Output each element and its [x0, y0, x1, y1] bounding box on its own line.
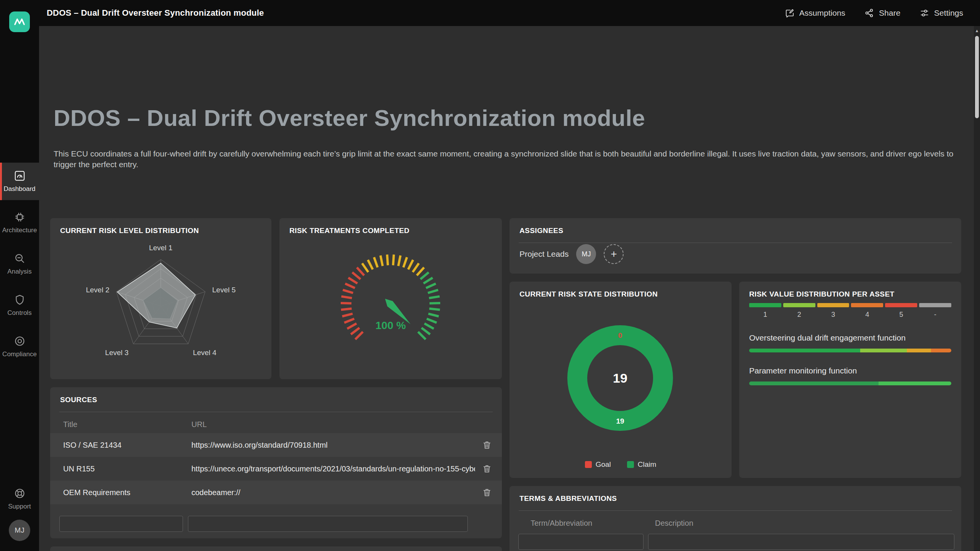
card-title: RISK VALUE DISTRIBUTION PER ASSET — [749, 290, 895, 298]
delete-source-button[interactable] — [482, 440, 492, 450]
source-title: UN R155 — [63, 465, 191, 473]
legend-label: Claim — [638, 460, 657, 469]
asset-list: Oversteering dual drift engagement funct… — [749, 333, 951, 385]
scale-label: 3 — [817, 311, 849, 319]
scroll-up-arrow[interactable]: ▲ — [974, 26, 980, 35]
column-header-url: URL — [191, 420, 207, 429]
logo-wave-icon — [13, 15, 26, 29]
assumptions-icon — [785, 8, 795, 18]
scale-label: 5 — [885, 311, 917, 319]
sidebar-nav: DashboardArchitectureAnalysisControlsCom… — [0, 163, 39, 365]
asset-item: Parameter monitoring function — [749, 366, 951, 385]
donut-chart: 01919 — [510, 282, 732, 478]
assignee-row: Project Leads MJ + — [519, 244, 624, 264]
sidebar-item-label: Architecture — [2, 227, 37, 234]
add-assignee-button[interactable]: + — [604, 244, 624, 264]
legend-swatch — [585, 461, 592, 468]
svg-text:19: 19 — [616, 417, 624, 425]
new-description-input[interactable] — [648, 534, 954, 550]
support-icon — [14, 487, 26, 499]
source-url: codebeamer:// — [191, 488, 475, 497]
window-title: DDOS – Dual Drift Oversteer Synchronizat… — [47, 8, 264, 18]
assignee-avatar[interactable]: MJ — [576, 244, 596, 264]
share-button[interactable]: Share — [864, 8, 900, 18]
sidebar-item-architecture[interactable]: Architecture — [0, 204, 39, 241]
controls-icon — [14, 294, 26, 306]
topbar-action-label: Assumptions — [799, 8, 845, 18]
risk-scale-step: 4 — [851, 303, 883, 319]
sources-input-row — [59, 516, 468, 532]
scrollbar[interactable]: ▲ — [974, 26, 980, 551]
divider — [519, 510, 952, 511]
main-content: DDOS – Dual Drift Oversteer Synchronizat… — [39, 26, 980, 551]
risk-bar-segment — [749, 349, 860, 352]
delete-source-button[interactable] — [482, 464, 492, 474]
analysis-icon — [14, 253, 26, 264]
settings-icon — [920, 8, 929, 18]
sidebar-item-controls[interactable]: Controls — [0, 287, 39, 324]
column-header-description: Description — [655, 519, 693, 528]
card-title: TERMS & ABBREVIATIONS — [519, 494, 617, 503]
architecture-icon — [14, 211, 26, 223]
risk-bar-segment — [879, 381, 951, 385]
sidebar-item-dashboard[interactable]: Dashboard — [0, 163, 39, 200]
sidebar-item-label: Support — [8, 503, 31, 510]
sidebar-item-analysis[interactable]: Analysis — [0, 245, 39, 283]
risk-bar-segment — [931, 349, 951, 352]
risk-scale-step: 1 — [749, 303, 781, 319]
donut-legend: GoalClaim — [510, 460, 732, 469]
svg-text:Level 2: Level 2 — [86, 286, 109, 294]
legend-item[interactable]: Goal — [585, 460, 611, 469]
scale-label: 2 — [783, 311, 815, 319]
share-icon — [864, 8, 874, 18]
sidebar-item-support[interactable]: Support — [0, 487, 39, 510]
sources-table-body: ISO / SAE 21434https://www.iso.org/stand… — [50, 433, 502, 504]
column-header-title: Title — [63, 420, 191, 429]
topbar-actions: AssumptionsShareSettings — [785, 8, 963, 18]
scrollbar-thumb[interactable] — [975, 36, 979, 118]
app-root: DDOS – Dual Drift Oversteer Synchronizat… — [0, 0, 980, 551]
source-title: ISO / SAE 21434 — [63, 441, 191, 450]
role-label: Project Leads — [519, 249, 568, 259]
gauge-chart — [279, 218, 502, 379]
asset-item: Oversteering dual drift engagement funct… — [749, 333, 951, 352]
topbar: DDOS – Dual Drift Oversteer Synchronizat… — [0, 0, 980, 26]
new-source-title-input[interactable] — [59, 516, 183, 532]
divider — [519, 243, 952, 243]
terms-input-row — [518, 534, 954, 550]
new-term-input[interactable] — [518, 534, 644, 550]
topbar-action-label: Share — [879, 8, 900, 18]
settings-button[interactable]: Settings — [920, 8, 963, 18]
asset-risk-bar — [749, 349, 951, 352]
asset-risk-bar — [749, 381, 951, 385]
delete-source-button[interactable] — [482, 487, 492, 497]
sidebar-item-label: Analysis — [7, 268, 31, 276]
source-row: UN R155https://unece.org/transport/docum… — [50, 457, 502, 481]
legend-item[interactable]: Claim — [627, 460, 657, 469]
app-logo[interactable] — [9, 11, 30, 32]
risk-scale-step: 5 — [885, 303, 917, 319]
divider — [59, 412, 493, 412]
radar-chart: Level 1Level 5Level 4Level 3Level 2 — [50, 218, 271, 379]
column-header-term: Term/Abbreviation — [531, 519, 655, 528]
source-url: https://www.iso.org/standard/70918.html — [191, 441, 475, 450]
source-row: OEM Requirementscodebeamer:// — [50, 481, 502, 504]
terms-table-header: Term/Abbreviation Description — [531, 519, 948, 528]
sidebar: DashboardArchitectureAnalysisControlsCom… — [0, 0, 39, 551]
sidebar-item-compliance[interactable]: Compliance — [0, 328, 39, 365]
risk-scale: 12345- — [749, 303, 951, 319]
risk-bar-segment — [907, 349, 931, 352]
page-description: This ECU coordinates a full four-wheel d… — [54, 148, 960, 170]
risk-bar-segment — [749, 381, 879, 385]
card-title: SOURCES — [60, 396, 97, 404]
assumptions-button[interactable]: Assumptions — [785, 8, 845, 18]
svg-text:Level 4: Level 4 — [193, 349, 217, 357]
card-risk-value-per-asset: RISK VALUE DISTRIBUTION PER ASSET 12345-… — [739, 282, 961, 478]
sidebar-item-label: Compliance — [2, 350, 37, 358]
source-row: ISO / SAE 21434https://www.iso.org/stand… — [50, 433, 502, 457]
svg-text:Level 5: Level 5 — [212, 286, 235, 294]
new-source-url-input[interactable] — [188, 516, 468, 532]
user-avatar[interactable]: MJ — [9, 520, 30, 541]
card-terms-abbreviations: TERMS & ABBREVIATIONS Term/Abbreviation … — [510, 486, 961, 551]
svg-text:Level 1: Level 1 — [149, 244, 172, 252]
